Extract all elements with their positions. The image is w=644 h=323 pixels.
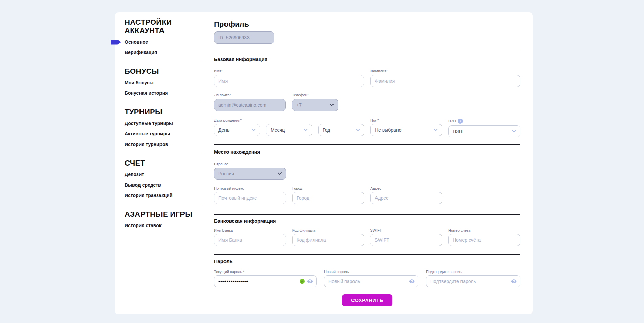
country-select: Россия <box>214 168 286 180</box>
phone-code-value: +7 <box>296 102 302 108</box>
city-input[interactable] <box>292 192 364 204</box>
chevron-down-icon <box>278 172 282 175</box>
swift-input[interactable] <box>370 234 442 246</box>
sidebar-item-label: История турниров <box>125 142 168 147</box>
sidebar-item-bet-history[interactable]: История ставок <box>125 220 202 231</box>
section-heading-location: Место нахождения <box>214 149 520 155</box>
user-id-field <box>214 31 274 44</box>
birth-month-select[interactable]: Месяц <box>266 124 312 136</box>
sidebar-divider <box>115 103 202 103</box>
birth-year-field: Год <box>318 119 364 137</box>
last-name-field: Фамилия* <box>370 69 520 87</box>
confirm-password-field: Подтвердите пароль <box>426 270 520 287</box>
birth-year-select[interactable]: Год <box>318 124 364 136</box>
birth-day-value: День <box>218 127 229 133</box>
gender-field: Пол* Не выбрано <box>370 119 442 137</box>
chevron-down-icon <box>330 104 334 106</box>
email-phone-row: Эл.почта* Телефон* +7 <box>214 93 520 111</box>
sidebar-item-label: Верификация <box>125 50 157 55</box>
eye-icon[interactable] <box>409 279 415 283</box>
sidebar-item-active-tournaments[interactable]: Активные турниры <box>125 129 202 139</box>
email-field: Эл.почта* <box>214 93 286 111</box>
current-password-field: Текущий пароль * ✓ <box>214 270 317 287</box>
sidebar-divider <box>115 205 202 205</box>
postal-code-label: Почтовый индекс <box>214 187 286 190</box>
password-row: Текущий пароль * ✓ Новый пароль <box>214 270 520 287</box>
new-password-input[interactable] <box>324 275 418 287</box>
account-number-label: Номер счёта <box>448 229 520 232</box>
sidebar-item-label: История ставок <box>125 223 162 228</box>
sidebar-heading-account: СЧЕТ <box>125 159 202 167</box>
new-password-label: Новый пароль <box>324 270 418 274</box>
first-name-input[interactable] <box>214 75 364 87</box>
sidebar-item-main[interactable]: Основное <box>125 37 202 47</box>
sidebar-item-transaction-history[interactable]: История транзакций <box>125 190 202 201</box>
address-label: Адрес <box>370 187 442 190</box>
sidebar-item-verification[interactable]: Верификация <box>125 47 202 58</box>
sidebar-item-label: Доступные турниры <box>125 121 173 126</box>
birth-day-field: Дата рождения* День <box>214 119 260 137</box>
chevron-down-icon <box>356 129 360 131</box>
sidebar-item-deposit[interactable]: Депозит <box>125 169 202 180</box>
sidebar-item-withdrawal[interactable]: Вывод средств <box>125 180 202 190</box>
chevron-down-icon <box>252 129 256 131</box>
branch-code-input[interactable] <box>292 234 364 246</box>
birth-day-select[interactable]: День <box>214 124 260 136</box>
pep-value: ПЗП <box>453 129 463 134</box>
current-password-label: Текущий пароль * <box>214 270 317 274</box>
account-number-input[interactable] <box>448 234 520 246</box>
section-heading-password: Пароль <box>214 259 520 264</box>
address-input[interactable] <box>370 192 442 204</box>
birth-year-value: Год <box>323 127 330 133</box>
section-heading-basic-info: Базовая информация <box>214 57 520 62</box>
address-field: Адрес <box>370 187 442 204</box>
bank-row: Имя Банка Код филиала SWIFT Номер счёта <box>214 229 520 246</box>
phone-field: Телефон* +7 <box>292 93 338 111</box>
save-button[interactable]: СОХРАНИТЬ <box>342 294 392 306</box>
country-value: Россия <box>218 171 234 176</box>
birth-gender-pep-row: Дата рождения* День Месяц Год <box>214 119 520 137</box>
sidebar-item-tournament-history[interactable]: История турниров <box>125 139 202 150</box>
sidebar-heading-bonuses: БОНУСЫ <box>125 67 202 76</box>
branch-code-label: Код филиала <box>292 229 364 232</box>
chevron-down-icon <box>512 130 516 133</box>
sidebar-item-label: История транзакций <box>125 193 172 198</box>
pep-field: ПЗП i ПЗП <box>448 119 520 137</box>
phone-label: Телефон* <box>292 93 338 97</box>
section-divider <box>214 51 520 51</box>
active-item-indicator-icon <box>111 40 121 45</box>
eye-icon[interactable] <box>307 279 313 283</box>
sidebar-heading-tournaments: ТУРНИРЫ <box>125 108 202 116</box>
sidebar-heading-gambling: АЗАРТНЫЕ ИГРЫ <box>125 210 202 218</box>
profile-main: Профиль Базовая информация Имя* Фамилия*… <box>214 12 520 306</box>
pep-select[interactable]: ПЗП <box>448 125 520 137</box>
info-icon[interactable]: i <box>458 119 463 124</box>
sidebar-item-label: Мои бонусы <box>125 80 154 85</box>
eye-icon[interactable] <box>511 279 517 283</box>
sidebar: НАСТРОЙКИ АККАУНТА Основное Верификация … <box>125 12 202 231</box>
country-label: Страна* <box>214 162 286 166</box>
postal-code-input[interactable] <box>214 192 286 204</box>
city-label: Город <box>292 187 364 190</box>
account-number-field: Номер счёта <box>448 229 520 246</box>
confirm-password-input[interactable] <box>426 275 520 287</box>
bank-name-label: Имя Банка <box>214 229 286 232</box>
email-input <box>214 99 286 111</box>
sidebar-item-available-tournaments[interactable]: Доступные турниры <box>125 118 202 129</box>
last-name-input[interactable] <box>370 75 520 87</box>
branch-code-field: Код филиала <box>292 229 364 246</box>
postal-code-field: Почтовый индекс <box>214 187 286 204</box>
address-row: Почтовый индекс Город Адрес <box>214 187 520 204</box>
chevron-down-icon <box>304 129 308 131</box>
sidebar-divider <box>115 62 202 62</box>
bank-name-input[interactable] <box>214 234 286 246</box>
check-circle-icon: ✓ <box>300 279 305 284</box>
sidebar-divider <box>115 154 202 154</box>
sidebar-item-my-bonuses[interactable]: Мои бонусы <box>125 78 202 88</box>
pep-label: ПЗП i <box>448 119 520 124</box>
sidebar-item-label: Вывод средств <box>125 182 161 188</box>
sidebar-item-bonus-history[interactable]: Бонусная история <box>125 88 202 99</box>
first-name-field: Имя* <box>214 69 364 87</box>
birth-date-label: Дата рождения* <box>214 119 260 122</box>
gender-select[interactable]: Не выбрано <box>370 124 442 136</box>
